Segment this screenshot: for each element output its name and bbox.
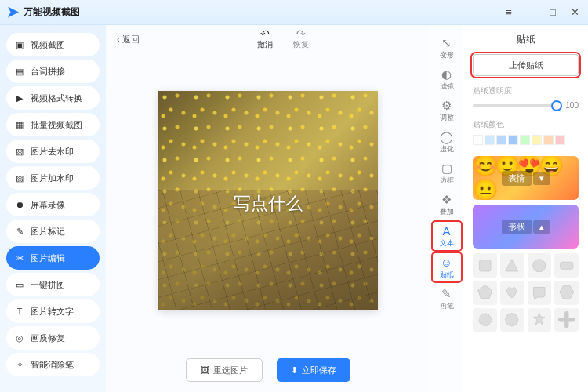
sidebar-item-7[interactable]: ✎图片标记 xyxy=(6,220,100,243)
maximize-icon[interactable]: □ xyxy=(547,6,558,18)
shape-sticker[interactable] xyxy=(500,253,524,278)
svg-point-2 xyxy=(533,259,546,271)
sidebar-item-8[interactable]: ✂图片编辑 xyxy=(6,246,100,270)
category-emoji[interactable]: 表情 ▾ xyxy=(473,156,579,200)
sidebar-item-label: 一键拼图 xyxy=(31,279,65,291)
svg-point-6 xyxy=(506,314,518,326)
svg-marker-1 xyxy=(506,259,518,270)
tool-icon: A xyxy=(442,225,450,237)
tool-icon: ▢ xyxy=(441,162,452,174)
app-title: 万能视频截图 xyxy=(24,5,80,19)
tool-调整[interactable]: ⚙调整 xyxy=(432,96,462,125)
tool-label: 虚化 xyxy=(440,144,454,154)
color-swatch[interactable] xyxy=(532,135,542,145)
color-swatch[interactable] xyxy=(520,135,530,145)
sidebar-item-label: 智能消除笔 xyxy=(31,359,74,371)
tool-label: 文本 xyxy=(440,238,454,249)
sidebar-item-5[interactable]: ▨图片加水印 xyxy=(6,166,100,190)
shape-sticker[interactable] xyxy=(528,281,552,305)
color-swatch[interactable] xyxy=(508,135,518,145)
sidebar-item-label: 视频截图 xyxy=(31,39,65,51)
shape-sticker[interactable] xyxy=(554,308,579,332)
upload-sticker-button[interactable]: 上传贴纸 xyxy=(473,54,579,76)
color-swatch[interactable] xyxy=(496,135,506,145)
svg-marker-5 xyxy=(560,286,574,299)
sidebar-icon: ✂ xyxy=(14,252,25,263)
opacity-label: 贴纸透明度 xyxy=(473,85,579,96)
shape-sticker[interactable] xyxy=(473,308,497,332)
tool-label: 滤镜 xyxy=(440,82,454,92)
shape-sticker[interactable] xyxy=(473,281,497,305)
sidebar-item-11[interactable]: ◎画质修复 xyxy=(6,326,100,350)
sidebar-item-6[interactable]: ⏺屏幕录像 xyxy=(6,193,100,216)
sidebar-icon: ◎ xyxy=(14,332,25,343)
shape-grid xyxy=(473,253,579,332)
tool-strip: ⤡变形◐滤镜⚙调整◯虚化▢边框❖叠加A文本☺贴纸✎画笔 xyxy=(430,25,463,392)
undo-button[interactable]: ↶撤消 xyxy=(257,28,273,50)
sidebar-item-12[interactable]: ✧智能消除笔 xyxy=(6,353,100,376)
shape-sticker[interactable] xyxy=(554,253,579,278)
tool-虚化[interactable]: ◯虚化 xyxy=(432,127,462,157)
minimize-icon[interactable]: — xyxy=(525,6,536,18)
sidebar-item-label: 图片编辑 xyxy=(31,252,65,264)
sidebar-icon: ▤ xyxy=(14,66,25,77)
color-swatches xyxy=(473,135,579,145)
sidebar-item-label: 画质修复 xyxy=(31,332,65,344)
reselect-image-button[interactable]: 🖼 重选图片 xyxy=(186,358,263,382)
shape-sticker[interactable] xyxy=(528,308,552,332)
sidebar-icon: ✎ xyxy=(14,226,25,237)
shape-sticker[interactable] xyxy=(500,281,524,305)
color-swatch[interactable] xyxy=(555,135,565,145)
sidebar-item-label: 屏幕录像 xyxy=(31,199,65,211)
save-button[interactable]: ⬇ 立即保存 xyxy=(277,358,350,382)
sidebar-item-3[interactable]: ▦批量视频截图 xyxy=(6,113,100,136)
titlebar: 万能视频截图 ≡ — □ ✕ xyxy=(0,0,588,25)
tool-滤镜[interactable]: ◐滤镜 xyxy=(432,64,462,94)
tool-文本[interactable]: A文本 xyxy=(432,221,462,251)
tool-icon: ✎ xyxy=(441,288,452,299)
tool-画笔[interactable]: ✎画笔 xyxy=(432,284,462,314)
sidebar-icon: ▨ xyxy=(14,172,25,183)
sidebar-item-4[interactable]: ▧图片去水印 xyxy=(6,140,100,163)
shape-sticker[interactable] xyxy=(554,281,579,305)
opacity-value: 100 xyxy=(561,101,579,110)
redo-button[interactable]: ↷恢复 xyxy=(293,28,309,50)
sidebar-item-label: 视频格式转换 xyxy=(31,93,82,104)
tool-icon: ◐ xyxy=(441,68,452,80)
sidebar-item-label: 图片去水印 xyxy=(31,146,74,158)
app-logo-icon xyxy=(8,7,19,18)
tool-边框[interactable]: ▢边框 xyxy=(432,158,462,188)
svg-rect-0 xyxy=(479,260,490,270)
tool-label: 变形 xyxy=(440,50,454,60)
tool-变形[interactable]: ⤡变形 xyxy=(432,33,462,63)
sidebar-item-1[interactable]: ▤台词拼接 xyxy=(6,60,100,83)
category-shape[interactable]: 形状 ▴ xyxy=(473,205,579,249)
color-swatch[interactable] xyxy=(543,135,554,145)
panel-title: 贴纸 xyxy=(473,33,579,46)
text-overlay[interactable]: 写点什么 xyxy=(158,192,378,216)
tool-贴纸[interactable]: ☺贴纸 xyxy=(432,252,462,282)
shape-sticker[interactable] xyxy=(473,253,497,278)
tool-icon: ⚙ xyxy=(441,100,452,111)
tool-label: 边框 xyxy=(440,176,454,186)
sidebar-icon: ▦ xyxy=(14,119,25,130)
close-icon[interactable]: ✕ xyxy=(569,6,580,18)
shape-sticker[interactable] xyxy=(500,308,524,332)
opacity-slider[interactable] xyxy=(473,104,557,107)
sidebar-item-2[interactable]: ▶视频格式转换 xyxy=(6,86,100,110)
sidebar-item-label: 图片转文字 xyxy=(31,306,74,318)
back-button[interactable]: ‹ 返回 xyxy=(117,34,140,45)
menu-icon[interactable]: ≡ xyxy=(503,6,514,18)
sidebar-item-10[interactable]: T图片转文字 xyxy=(6,299,100,323)
tool-icon: ☺ xyxy=(441,256,452,268)
tool-label: 调整 xyxy=(440,113,454,123)
color-swatch[interactable] xyxy=(485,135,495,145)
shape-sticker[interactable] xyxy=(528,253,552,278)
tool-叠加[interactable]: ❖叠加 xyxy=(432,190,462,220)
color-label: 贴纸颜色 xyxy=(473,119,579,130)
color-swatch[interactable] xyxy=(473,135,483,145)
image-canvas[interactable]: 写点什么 xyxy=(158,91,378,310)
sidebar-item-0[interactable]: ▣视频截图 xyxy=(6,33,100,56)
sidebar-item-9[interactable]: ▭一键拼图 xyxy=(6,273,100,296)
sidebar-icon: ▣ xyxy=(14,39,25,50)
